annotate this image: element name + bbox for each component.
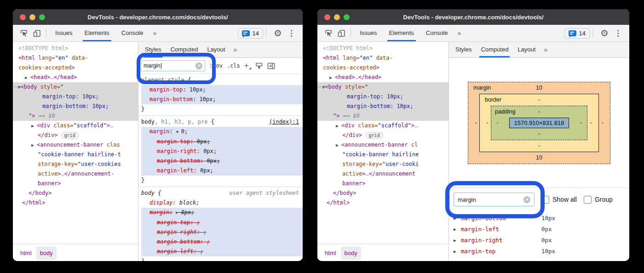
box-model-content[interactable]: 1570.910×831.818 (509, 118, 569, 128)
code-line[interactable]: </html> (13, 198, 138, 208)
code-line[interactable]: margin-bottom: 10px; (13, 102, 138, 111)
more-panel-tabs-chevron[interactable]: » (540, 46, 551, 53)
code-line[interactable]: margin-bottom: ; (141, 237, 303, 247)
box-model-margin[interactable]: margin 10 - border - - (468, 82, 610, 164)
code-line[interactable]: ⋯▼<body style=" (317, 82, 448, 92)
code-line[interactable]: margin-bottom: 0px; (141, 156, 303, 166)
feedback-chat-button[interactable]: 14 (238, 28, 263, 39)
code-line[interactable]: element.style { (141, 75, 303, 85)
close-window-button[interactable] (20, 14, 26, 20)
code-line[interactable]: "cookie-banner hairline-t (13, 150, 138, 159)
code-line[interactable]: ▶ <announcement-banner clas (13, 140, 138, 150)
code-line[interactable]: "> == $0 (13, 111, 138, 121)
tab-issues[interactable]: Issues (49, 25, 79, 41)
code-line[interactable]: storage-key="user-cookies (13, 159, 138, 169)
code-line[interactable]: cookies-accepted> (317, 63, 448, 73)
code-line[interactable]: margin: ▼ 8px; (141, 208, 303, 218)
code-line[interactable]: active>…</announcement- (13, 169, 138, 179)
group-checkbox-wrap[interactable]: Group (584, 196, 613, 204)
tab-styles[interactable]: Styles (140, 42, 166, 57)
clear-filter-icon[interactable]: ✕ (523, 196, 530, 203)
border-right-value[interactable]: - (587, 119, 594, 126)
box-model-border[interactable]: border - - padding - (479, 94, 599, 152)
code-line[interactable]: </div> grid (13, 131, 138, 140)
code-line[interactable]: margin-left: ; (141, 247, 303, 256)
computed-filter-input[interactable]: margin ✕ (454, 193, 535, 206)
code-line[interactable]: <!DOCTYPE html> (13, 44, 138, 53)
computed-property-row[interactable]: ▶margin-bottom10px (454, 213, 625, 224)
code-line[interactable]: margin-bottom: 10px; (141, 95, 303, 104)
code-line[interactable]: </div> grid (317, 131, 448, 140)
computed-property-row[interactable]: ▶margin-left0px (454, 224, 625, 235)
padding-bottom-value[interactable]: - (538, 131, 540, 137)
window-titlebar[interactable]: DevTools - developer.chrome.com/docs/dev… (317, 9, 629, 25)
more-tabs-chevron[interactable]: » (454, 29, 465, 37)
code-line[interactable]: margin-top: 0px; (141, 137, 303, 147)
code-line[interactable]: </body> (13, 188, 138, 198)
tab-styles[interactable]: Styles (451, 42, 476, 57)
padding-top-value[interactable]: - (538, 108, 540, 115)
overflow-menu-icon[interactable]: ⋮ (611, 28, 625, 38)
zoom-window-button[interactable] (39, 14, 45, 20)
inspect-element-icon[interactable] (17, 27, 30, 40)
padding-right-value[interactable]: - (577, 119, 584, 126)
more-panel-tabs-chevron[interactable]: » (230, 46, 241, 53)
rendering-emulation-icon[interactable] (255, 62, 263, 70)
margin-right-value[interactable]: - (599, 119, 606, 126)
code-line[interactable]: <html lang="en" data- (13, 53, 138, 63)
code-line[interactable]: active>…</announcement (317, 169, 448, 179)
code-line[interactable]: margin-top: 10px; (317, 92, 448, 102)
code-line[interactable]: margin-top: 10px; (13, 92, 138, 102)
code-line[interactable]: } (141, 104, 303, 114)
inspect-element-icon[interactable] (322, 27, 335, 40)
toggle-class-button[interactable]: .cls (227, 63, 240, 69)
tab-elements[interactable]: Elements (79, 25, 115, 41)
code-line[interactable]: display: block; (141, 198, 303, 208)
rule-source-link[interactable]: user agent stylesheet (229, 188, 299, 198)
expand-arrow-icon[interactable]: ▶ (454, 235, 461, 246)
new-style-rule-button[interactable]: + (244, 61, 251, 70)
tab-computed[interactable]: Computed (476, 42, 513, 57)
breadcrumb-body[interactable]: body (36, 246, 57, 260)
breadcrumb-html[interactable]: html (17, 246, 35, 260)
border-bottom-value[interactable]: - (538, 142, 540, 149)
code-line[interactable]: banner> (13, 179, 138, 188)
window-titlebar[interactable]: DevTools - developer.chrome.com/docs/dev… (13, 9, 303, 25)
minimize-window-button[interactable] (29, 14, 35, 20)
tab-layout[interactable]: Layout (513, 42, 540, 57)
feedback-chat-button[interactable]: 14 (564, 28, 590, 39)
settings-gear-icon[interactable]: ⚙ (274, 28, 282, 39)
styles-filter-input[interactable]: margin ✕ (141, 60, 205, 71)
clear-filter-icon[interactable]: ✕ (196, 63, 202, 69)
padding-left-value[interactable]: - (494, 119, 501, 126)
zoom-window-button[interactable] (344, 14, 350, 20)
code-line[interactable]: cookies-accepted> (13, 63, 138, 73)
code-line[interactable]: </html> (317, 198, 448, 208)
close-window-button[interactable] (324, 14, 330, 20)
group-checkbox[interactable] (584, 196, 592, 204)
margin-top-value[interactable]: 10 (536, 85, 542, 91)
code-line[interactable]: margin-top: ; (141, 218, 303, 228)
code-line[interactable]: margin: ▼ 0; (141, 127, 303, 137)
code-line[interactable]: margin-right: ; (141, 228, 303, 237)
minimize-window-button[interactable] (334, 14, 340, 20)
toggle-computed-sidebar-icon[interactable] (267, 62, 275, 70)
expand-arrow-icon[interactable]: ▶ (454, 246, 461, 257)
code-line[interactable]: margin-bottom: 10px; (317, 102, 448, 111)
computed-property-row[interactable]: ▶margin-top10px (454, 246, 625, 257)
show-all-checkbox[interactable] (541, 196, 549, 204)
code-line[interactable]: "> == $0 (317, 111, 448, 121)
code-line[interactable]: <html lang="en" data- (317, 53, 448, 63)
breadcrumb-body[interactable]: body (341, 246, 361, 260)
code-line[interactable]: ▶ <head>…</head> (13, 73, 138, 82)
tab-layout[interactable]: Layout (202, 42, 230, 57)
rule-source-link[interactable]: (index):1 (269, 117, 299, 127)
tab-elements[interactable]: Elements (383, 25, 420, 41)
code-line[interactable]: margin-left: 0px; (141, 166, 303, 176)
tab-computed[interactable]: Computed (166, 42, 202, 57)
margin-left-value[interactable]: - (472, 119, 479, 126)
code-line[interactable]: ⋯▼<body style=" (13, 82, 138, 92)
code-line[interactable]: margin-right: 0px; (141, 147, 303, 156)
code-line[interactable]: </body> (317, 188, 448, 198)
code-line[interactable]: ▶ <head>…</head> (317, 73, 448, 82)
